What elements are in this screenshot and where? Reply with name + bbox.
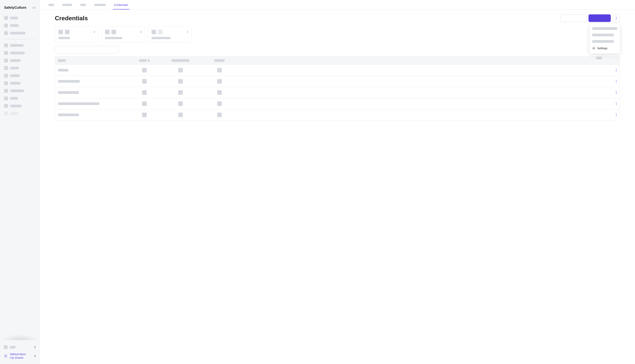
cell	[142, 102, 147, 106]
svg-point-11	[616, 91, 616, 92]
collapse-icon[interactable]	[32, 7, 36, 9]
stat-icon	[112, 30, 116, 34]
nav-item[interactable]	[4, 110, 36, 117]
cell	[217, 79, 222, 84]
cell	[217, 90, 222, 95]
svg-point-0	[5, 356, 6, 356]
svg-point-16	[616, 104, 616, 105]
cell-name	[58, 114, 79, 116]
table-header	[55, 56, 620, 64]
primary-button[interactable]	[588, 14, 611, 22]
svg-point-2	[616, 18, 616, 18]
stat-label	[58, 37, 70, 39]
cell	[178, 102, 183, 106]
cell	[142, 79, 147, 84]
more-vertical-icon	[616, 80, 617, 83]
table-row[interactable]	[55, 87, 620, 98]
nav-item-icon	[4, 44, 8, 47]
sort-icon[interactable]	[148, 59, 150, 62]
footer-item[interactable]	[4, 343, 36, 351]
th[interactable]	[139, 59, 147, 62]
row-more-button[interactable]	[616, 80, 617, 83]
stat-label	[152, 37, 170, 39]
user-text: SafetyCulture Lily Greene	[10, 352, 26, 360]
dropdown-item-label	[592, 27, 617, 30]
row-more-button[interactable]	[616, 69, 617, 72]
nav-item-icon	[4, 16, 8, 20]
nav-item-icon	[4, 89, 8, 93]
filter-label	[596, 57, 602, 60]
tab[interactable]	[79, 1, 87, 9]
dropdown-item[interactable]	[592, 32, 618, 38]
svg-point-13	[616, 93, 616, 94]
user-name: Lily Greene	[10, 356, 26, 360]
dropdown-item-label: Settings	[597, 46, 607, 50]
nav-item-label	[10, 32, 25, 34]
chevron-right-icon	[34, 346, 36, 348]
nav-item[interactable]	[4, 57, 36, 64]
chevron-right-icon	[94, 31, 95, 33]
nav-item-label	[10, 97, 18, 100]
svg-point-6	[616, 70, 616, 70]
sidebar-nav	[0, 13, 40, 340]
svg-point-4	[593, 48, 594, 48]
gear-icon	[4, 354, 8, 358]
table-row[interactable]	[55, 98, 620, 109]
table-row[interactable]	[55, 109, 620, 120]
nav-item-icon	[4, 96, 8, 100]
nav-item-label	[10, 82, 20, 84]
row-more-button[interactable]	[616, 102, 617, 105]
nav-item[interactable]	[4, 80, 36, 87]
nav-item[interactable]	[4, 64, 36, 72]
svg-point-7	[616, 71, 616, 72]
cell	[142, 90, 147, 95]
cell-name	[58, 91, 79, 94]
tab[interactable]	[47, 1, 55, 9]
nav-item[interactable]	[4, 42, 36, 49]
stat-number	[105, 30, 110, 34]
nav-item-label	[10, 112, 18, 115]
dropdown-item[interactable]	[592, 38, 618, 45]
stat-card[interactable]	[148, 26, 192, 42]
search-input[interactable]	[55, 46, 118, 53]
user-profile[interactable]: SafetyCulture Lily Greene	[4, 351, 36, 361]
row-more-button[interactable]	[616, 91, 617, 94]
stat-cards	[55, 26, 620, 42]
sidebar: SafetyCulture	[0, 0, 40, 364]
nav-item-icon	[4, 51, 8, 55]
cell	[178, 79, 183, 84]
more-button[interactable]	[613, 14, 620, 22]
nav-item[interactable]	[4, 94, 36, 102]
tab[interactable]	[61, 1, 73, 9]
content: Credentials Settings	[40, 10, 635, 364]
th[interactable]	[58, 59, 66, 62]
row-more-button[interactable]	[616, 113, 617, 116]
secondary-button[interactable]	[560, 14, 586, 22]
cell	[142, 112, 147, 117]
tab-credentials[interactable]: Credentials	[113, 0, 130, 10]
th[interactable]	[214, 59, 224, 62]
org-name: SafetyCulture	[10, 352, 26, 356]
stat-card[interactable]	[102, 26, 145, 42]
nav-item[interactable]	[4, 14, 36, 22]
th[interactable]	[172, 59, 190, 62]
stat-label	[105, 37, 122, 39]
nav-item-label	[10, 90, 24, 92]
sidebar-header: SafetyCulture	[0, 0, 40, 13]
nav-item-icon	[4, 74, 8, 78]
cell	[178, 68, 183, 72]
nav-item[interactable]	[4, 102, 36, 110]
nav-item[interactable]	[4, 29, 36, 37]
dropdown-settings[interactable]: Settings	[592, 45, 618, 52]
nav-item[interactable]	[4, 87, 36, 94]
nav-item[interactable]	[4, 22, 36, 29]
table-row[interactable]	[55, 76, 620, 87]
nav-item-icon	[4, 24, 8, 28]
nav-item[interactable]	[4, 72, 36, 80]
tab[interactable]	[93, 1, 107, 9]
table-row[interactable]	[55, 64, 620, 76]
stat-card[interactable]	[55, 26, 98, 42]
nav-item[interactable]	[4, 49, 36, 57]
tab-label	[62, 4, 72, 6]
dropdown-item[interactable]	[592, 25, 618, 32]
